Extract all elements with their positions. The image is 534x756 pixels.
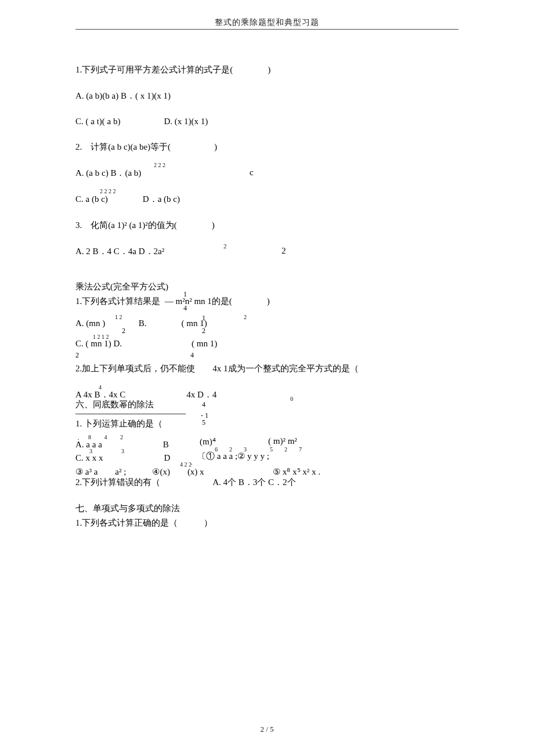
page: 整式的乘除题型和典型习题 1.下列式子可用平方差公式计算的式子是( ) A. (… bbox=[0, 0, 534, 756]
perfect-q1-a-sup: 1 2 bbox=[115, 314, 122, 320]
perfect-q1-b-sup: 2 bbox=[244, 314, 247, 320]
diff-q1-cd: C. ( a t)( a b) D. (x 1)(x 1) bbox=[75, 117, 459, 126]
div-side-bot: 5 bbox=[202, 418, 205, 427]
perfect-q1-ab: 1 2 A. (mn ) 2 B. ( mn 1) 1 2 2 bbox=[75, 319, 459, 328]
perfect-q1-a: A. (mn ) bbox=[75, 319, 105, 328]
diff-q2-cd-text: C. a (b c) D．a (b c) bbox=[75, 194, 180, 204]
perfect-q1-c-text: C. ( mn 1) D. ( mn 1) bbox=[75, 339, 217, 348]
div-title-row: 六、同底数幂的除法 4 0 bbox=[75, 399, 459, 410]
div-q1: 1. 卜列运算止确的是（ 5 bbox=[75, 418, 459, 429]
perfect-q1-cd: 1 2 1 2 C. ( mn 1) D. ( mn 1) bbox=[75, 339, 459, 349]
perfect-q1-b-top: 1 bbox=[202, 314, 205, 323]
diff-q2: 2. 计算(a b c)(a be)等于( ) bbox=[75, 142, 459, 153]
perfect-q2-opts-sup: 4 bbox=[99, 384, 102, 390]
diff-q3-opts: A. 2 B．4 C．4a D．2a² 2 2 bbox=[75, 246, 459, 257]
perfect-q2-opts-text: A 4x B．4x C 4x D．4 bbox=[75, 390, 217, 399]
perfect-q1: 1 1.下列各式计算结果是 — m²n² mn 1的是( ) 4 bbox=[75, 296, 459, 307]
perfect-q2: 2.加上下列单项式后，仍不能使 4x 1成为一个整式的完全平方式的是（ bbox=[75, 363, 459, 374]
perfect-q1-c-bot: 2 4 bbox=[75, 351, 459, 360]
div-q1-c-right: 〔① a a a ;② y y y ; bbox=[197, 451, 269, 462]
div-q1-text: 1. 卜列运算止确的是（ bbox=[75, 419, 163, 428]
perfect-q1-b: B. ( mn 1) bbox=[139, 319, 207, 328]
diff-q2-cd-sup: 2 2 2 2 bbox=[100, 188, 116, 194]
diff-q2-ab-cright: c bbox=[250, 168, 254, 178]
div-rule bbox=[75, 414, 186, 414]
div-q2-line3-text: ③ a³ a a² ; ④(x) (x) x bbox=[75, 467, 204, 476]
div-side-num: 4 bbox=[202, 400, 205, 409]
perfect-q1-a-sup2: 2 bbox=[122, 327, 125, 335]
div-q2-line3-sup: 4 2 2 bbox=[180, 461, 192, 468]
perfect-q1-b-bot: 2 bbox=[202, 327, 205, 335]
div-q1-c-sup: 3 3 bbox=[89, 448, 124, 454]
diff-q3-far2: 2 bbox=[282, 246, 286, 256]
div-q1-c: 3 3 C. x x x D 6 2 3 5 2 7 〔① a a a ;② y… bbox=[75, 453, 459, 463]
diff-q1-ab: A. (a b)(b a) B．( x 1)(x 1) bbox=[75, 91, 459, 102]
diff-q2-cd: 2 2 2 2 C. a (b c) D．a (b c) bbox=[75, 194, 459, 205]
diff-q2-ab-text: A. (a b c) B．(a b) bbox=[75, 168, 141, 178]
diff-q3-far1: 2 bbox=[223, 243, 227, 249]
perfect-q1-frac-top: 1 bbox=[183, 290, 187, 299]
header-rule bbox=[75, 29, 459, 30]
page-title: 整式的乘除题型和典型习题 bbox=[75, 17, 459, 28]
div-q2: 2.下列计算错误的有（ A. 4个 B．3个 C．2个 bbox=[75, 477, 459, 488]
perfect-q1-c-sup: 1 2 1 2 bbox=[93, 334, 109, 340]
div-q1-a-dot: ． bbox=[75, 434, 81, 442]
div-q2-line3-right: ⑤ x⁸ x⁵ x² x . bbox=[273, 466, 320, 477]
diff-q3-opts-text: A. 2 B．4 C．4a D．2a² bbox=[75, 247, 164, 256]
div-title: 六、同底数幂的除法 bbox=[75, 400, 154, 409]
page-footer: 2 / 5 bbox=[0, 725, 534, 734]
perfect-title: 乘法公式(完全平方公式) bbox=[75, 281, 459, 292]
div-q1-a-sup: 8 4 2 bbox=[88, 434, 123, 440]
poly-title: 七、单项式与多项式的除法 bbox=[75, 503, 459, 514]
diff-q2-ab-sup: 2 2 2 bbox=[154, 162, 165, 168]
diff-q2-ab: 2 2 2 A. (a b c) B．(a b) c bbox=[75, 168, 459, 179]
diff-q1: 1.下列式子可用平方差公式计算的式子是( ) bbox=[75, 64, 459, 75]
diff-q3: 3. 化简(a 1)² (a 1)²的值为( ) bbox=[75, 220, 459, 231]
poly-q1: 1.下列各式计算正确的是（ ） bbox=[75, 518, 459, 529]
div-side-sup: 0 bbox=[290, 396, 293, 402]
div-q2-line3: ③ a³ a a² ; ④(x) (x) x 4 2 2 ⑤ x⁸ x⁵ x² … bbox=[75, 466, 459, 477]
perfect-q1-text: 1.下列各式计算结果是 — m²n² mn 1的是( ) bbox=[75, 296, 270, 306]
div-q1-c-text: C. x x x D bbox=[75, 453, 170, 462]
perfect-q1-frac-bot: 4 bbox=[183, 304, 187, 313]
perfect-q2-text: 2.加上下列单项式后，仍不能使 4x 1成为一个整式的完全平方式的是（ bbox=[75, 364, 359, 373]
